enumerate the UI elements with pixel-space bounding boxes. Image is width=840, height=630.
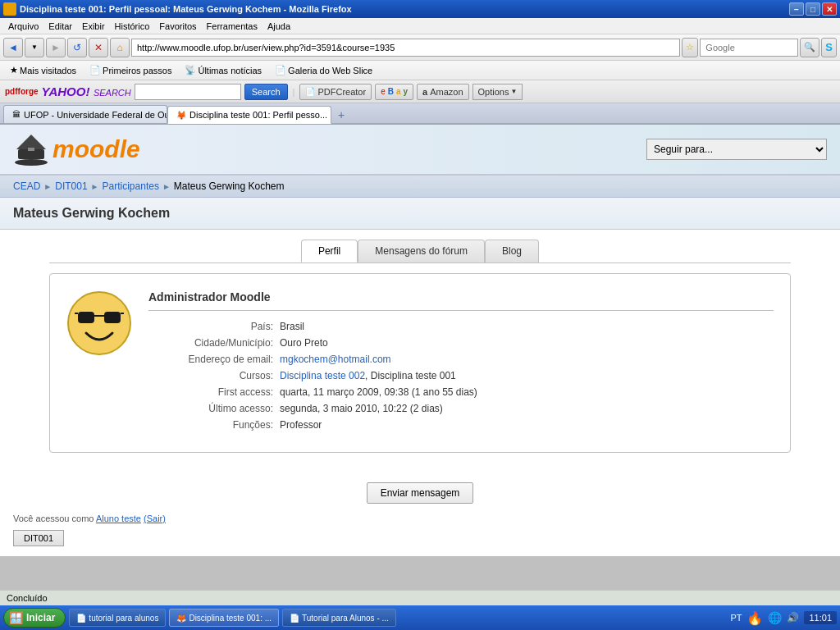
page-title: Mateus Gerwing Kochem xyxy=(13,206,827,221)
tab-blog[interactable]: Blog xyxy=(485,240,539,262)
field-value-funcoes: Professor xyxy=(280,419,322,431)
menu-editar[interactable]: Editar xyxy=(43,20,77,33)
yahoo-toolbar: pdfforge YAHOO! SEARCH Search | 📄 PDFCre… xyxy=(0,80,840,103)
bookmark-primeiros-passos[interactable]: 📄 Primeiros passos xyxy=(84,63,176,77)
amazon-button[interactable]: a Amazon xyxy=(417,84,468,100)
goto-select[interactable]: Seguir para... xyxy=(646,139,827,160)
pdf-creator-button[interactable]: 📄 PDFCreator xyxy=(299,84,372,100)
stop-button[interactable]: ✕ xyxy=(89,38,108,57)
menu-ajuda[interactable]: Ajuda xyxy=(262,20,295,33)
rss-icon: 📡 xyxy=(185,65,196,75)
profile-tabs: Perfil Mensagens do fórum Blog xyxy=(0,230,840,262)
yahoo-search-button[interactable]: Search xyxy=(244,84,288,100)
star-icon: ★ xyxy=(10,65,18,75)
course-button[interactable]: DIT001 xyxy=(13,530,64,546)
maximize-button[interactable]: □ xyxy=(806,2,820,16)
bookmark-galeria[interactable]: 📄 Galeria do Web Slice xyxy=(270,63,377,77)
send-message-area: Enviar mensagem xyxy=(0,469,840,510)
spacer xyxy=(0,550,840,556)
field-label-pais: País: xyxy=(148,321,280,332)
bookmark-ultimas-noticias[interactable]: 📡 Últimas notícias xyxy=(180,63,267,77)
moodle-hat-icon xyxy=(13,131,49,167)
svg-point-4 xyxy=(68,292,130,354)
taskbar-item-disciplina[interactable]: 🦊 Disciplina teste 001: ... xyxy=(169,609,279,627)
address-bar[interactable] xyxy=(131,39,680,57)
field-label-funcoes: Funções: xyxy=(148,419,280,431)
tab-mensagens[interactable]: Mensagens do fórum xyxy=(358,240,485,262)
breadcrumb-cead[interactable]: CEAD xyxy=(13,180,40,192)
profile-fields: País: Brasil Cidade/Município: Ouro Pret… xyxy=(148,321,774,431)
curso-link-1[interactable]: Disciplina teste 002 xyxy=(280,370,365,381)
nero-icon: 🔥 xyxy=(746,610,763,626)
google-search-input[interactable] xyxy=(700,39,798,57)
bookmark-mais-visitados[interactable]: ★ Mais visitados xyxy=(5,63,81,77)
search-button[interactable]: 🔍 xyxy=(800,38,819,57)
breadcrumb-sep-2: ► xyxy=(91,182,99,191)
moodle-goto-area: Seguir para... xyxy=(646,139,827,160)
windows-icon: 🪟 xyxy=(9,611,23,624)
breadcrumb-participantes[interactable]: Participantes xyxy=(103,180,159,192)
network-icon: 🌐 xyxy=(768,611,782,624)
field-value-first-access: quarta, 11 março 2009, 09:38 (1 ano 55 d… xyxy=(280,386,477,398)
login-user-link[interactable]: Aluno teste xyxy=(96,514,141,523)
tab-perfil[interactable]: Perfil xyxy=(301,240,358,262)
field-ultimo-acesso: Último acesso: segunda, 3 maio 2010, 10:… xyxy=(148,403,774,414)
field-pais: País: Brasil xyxy=(148,321,774,332)
new-tab-button[interactable]: + xyxy=(333,107,349,123)
field-value-pais: Brasil xyxy=(280,321,304,332)
yahoo-search-input[interactable] xyxy=(135,84,241,100)
page-icon: 📄 xyxy=(89,65,101,75)
menu-arquivo[interactable]: Arquivo xyxy=(3,20,43,33)
breadcrumb-dit001[interactable]: DIT001 xyxy=(55,180,87,192)
send-message-button[interactable]: Enviar mensagem xyxy=(367,482,474,504)
taskbar-icon-tutorial-alunos: 📄 xyxy=(290,614,299,623)
profile-divider xyxy=(148,310,774,311)
field-label-ultimo-acesso: Último acesso: xyxy=(148,403,280,414)
field-email: Endereço de email: mgkochem@hotmail.com xyxy=(148,354,774,365)
email-link[interactable]: mgkochem@hotmail.com xyxy=(280,354,391,365)
svg-rect-3 xyxy=(28,148,34,151)
status-bar: Concluído xyxy=(0,590,840,605)
options-button[interactable]: Options ▼ xyxy=(472,84,523,100)
field-value-cursos: Disciplina teste 002, Disciplina teste 0… xyxy=(280,370,456,381)
forward-button[interactable]: ► xyxy=(46,38,66,57)
browser-tab-ufop[interactable]: 🏛 UFOP - Universidade Federal de Ouro P.… xyxy=(3,105,167,123)
tab-icon-ufop: 🏛 xyxy=(12,110,21,119)
minimize-button[interactable]: − xyxy=(789,2,804,16)
firefox-icon xyxy=(3,2,16,16)
skype-button[interactable]: S xyxy=(821,38,837,57)
taskbar-right: PT 🔥 🌐 🔊 11:01 xyxy=(730,610,837,626)
bookmark-star[interactable]: ☆ xyxy=(682,38,698,57)
reload-button[interactable]: ↺ xyxy=(67,38,87,57)
breadcrumb-current: Mateus Gerwing Kochem xyxy=(174,180,285,192)
ebay-button[interactable]: eBay xyxy=(375,84,413,100)
logout-link[interactable]: (Sair) xyxy=(144,514,166,523)
field-label-cidade: Cidade/Município: xyxy=(148,337,280,349)
browser-tab-disciplina[interactable]: 🦊 Disciplina teste 001: Perfil pesso... … xyxy=(167,106,331,124)
yahoo-logo: YAHOO! SEARCH xyxy=(42,84,131,99)
svg-rect-6 xyxy=(104,312,121,323)
footer-course-btn-area: DIT001 xyxy=(13,530,827,546)
galeria-icon: 📄 xyxy=(275,65,286,75)
profile-avatar xyxy=(66,290,132,356)
browser-window: moodle Seguir para... CEAD ► DIT001 ► Pa… xyxy=(0,125,840,556)
start-button[interactable]: 🪟 Iniciar xyxy=(3,608,66,628)
svg-point-0 xyxy=(15,159,48,166)
taskbar-item-tutorial[interactable]: 📄 tutorial para alunos xyxy=(69,609,166,627)
menu-exibir[interactable]: Exibir xyxy=(77,20,110,33)
close-button[interactable]: ✕ xyxy=(822,2,837,16)
menu-bar: Arquivo Editar Exibir Histórico Favorito… xyxy=(0,18,840,34)
pdf-icon: 📄 xyxy=(305,87,315,96)
taskbar-icon-tutorial: 📄 xyxy=(76,614,86,623)
home-button[interactable]: ⌂ xyxy=(110,38,130,57)
back-button[interactable]: ◄ xyxy=(3,38,23,57)
dropdown-button[interactable]: ▼ xyxy=(25,38,44,57)
menu-favoritos[interactable]: Favoritos xyxy=(154,20,201,33)
window-controls: − □ ✕ xyxy=(789,2,837,16)
profile-admin-title: Administrador Moodle xyxy=(148,290,774,304)
menu-ferramentas[interactable]: Ferramentas xyxy=(202,20,262,33)
menu-historico[interactable]: Histórico xyxy=(110,20,155,33)
taskbar-item-tutorial-alunos[interactable]: 📄 Tutorial para Alunos - ... xyxy=(282,609,396,627)
taskbar: 🪟 Iniciar 📄 tutorial para alunos 🦊 Disci… xyxy=(0,605,840,630)
avatar-image xyxy=(66,290,132,356)
